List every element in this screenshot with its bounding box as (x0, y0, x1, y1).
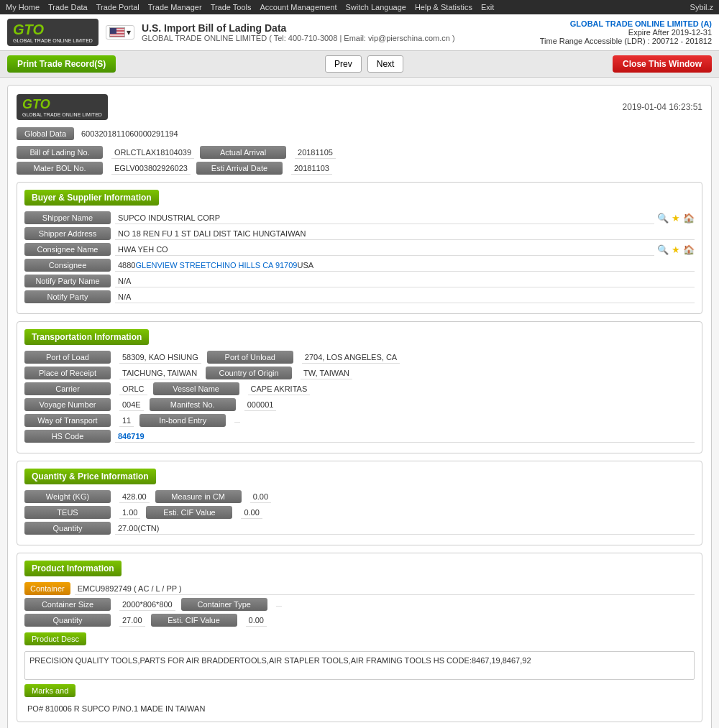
next-button-top[interactable]: Next (367, 55, 404, 73)
manifest-label: Manifest No. (150, 398, 236, 411)
global-data-row: Global Data 600320181106000029​1194 (17, 127, 702, 140)
port-row: Port of Load 58309, KAO HSIUNG Port of U… (24, 351, 695, 364)
container-size-value: 2000*806*800 (119, 599, 175, 611)
vessel-name-col: Vessel Name CAPE AKRITAS (153, 382, 311, 395)
weight-label: Weight (KG) (24, 490, 111, 503)
way-transport-row: Way of Transport 11 In-bond Entry (24, 414, 695, 427)
notify-party-name-row: Notify Party Name N/A (24, 275, 695, 287)
country-origin-value: TW, TAIWAN (301, 367, 352, 379)
notify-party-label: Notify Party (24, 290, 111, 303)
nav-trade-manager[interactable]: Trade Manager (148, 3, 202, 11)
actual-arrival-value: 20181105 (295, 147, 336, 159)
consignee-name-label: Consignee Name (24, 243, 111, 256)
close-window-button-top[interactable]: Close This Window (613, 55, 712, 73)
teus-value: 1.00 (119, 507, 140, 519)
header-title-area: U.S. Import Bill of Lading Data GLOBAL T… (142, 22, 455, 42)
esti-cif-label: Esti. CIF Value (146, 506, 232, 519)
consignee-name-row: Consignee Name HWA YEH CO 🔍 ★ 🏠 (24, 243, 695, 256)
consignee-star-icon[interactable]: ★ (672, 244, 680, 255)
product-desc-label: Product Desc (24, 632, 86, 645)
notify-party-row: Notify Party N/A (24, 290, 695, 303)
notify-party-name-label: Notify Party Name (24, 275, 111, 287)
logo-box: GTO GLOBAL TRADE ONLINE LIMITED (7, 19, 99, 46)
voyage-label: Voyage Number (24, 398, 111, 411)
page-title: U.S. Import Bill of Lading Data (142, 22, 455, 34)
consignee-search-icon[interactable]: 🔍 (657, 244, 669, 255)
voyage-row: Voyage Number 004E Manifest No. 000001 (24, 398, 695, 411)
product-title: Product Information (24, 561, 122, 576)
teus-col: TEUS 1.00 (24, 506, 140, 519)
esti-arrival-col: Esti Arrival Date 20181103 (196, 162, 332, 175)
teus-row: TEUS 1.00 Esti. CIF Value 0.00 (24, 506, 695, 519)
carrier-col: Carrier ORLC (24, 382, 147, 395)
product-esti-cif-value: 0.00 (246, 614, 267, 627)
quantity-section: Quantity & Price Information Weight (KG)… (17, 461, 702, 545)
receipt-label: Place of Receipt (24, 367, 111, 379)
hs-code-value: 846719 (115, 430, 695, 443)
container-type-value (276, 603, 282, 607)
shipper-home-icon[interactable]: 🏠 (683, 213, 695, 224)
port-unload-value: 2704, LOS ANGELES, CA (302, 351, 400, 364)
way-transport-value: 11 (119, 415, 134, 427)
transportation-section: Transportation Information Port of Load … (17, 321, 702, 453)
global-data-label: Global Data (17, 127, 74, 140)
quantity-title: Quantity & Price Information (24, 469, 156, 484)
quantity-value: 27.00(CTN) (115, 522, 695, 535)
flag-dropdown-icon[interactable]: ▾ (127, 27, 131, 37)
container-type-col: Container Type (181, 598, 282, 611)
nav-exit[interactable]: Exit (481, 3, 494, 11)
esti-cif-col: Esti. CIF Value 0.00 (146, 506, 262, 519)
notify-party-value: N/A (115, 291, 695, 303)
prev-button-top[interactable]: Prev (325, 55, 362, 73)
carrier-row: Carrier ORLC Vessel Name CAPE AKRITAS (24, 382, 695, 395)
consignee-home-icon[interactable]: 🏠 (683, 244, 695, 255)
manifest-value: 000001 (244, 399, 277, 411)
transportation-title: Transportation Information (24, 329, 149, 345)
shipper-address-row: Shipper Address NO 18 REN FU 1 ST DALI D… (24, 227, 695, 240)
account-info: GLOBAL TRADE ONLINE LIMITED (A) Expire A… (540, 19, 712, 45)
shipper-search-icon[interactable]: 🔍 (657, 213, 669, 224)
marks-value: PO# 810006 R SUPCO P/NO.1 MADE IN TAIWAN (24, 703, 695, 714)
nav-switch-language[interactable]: Switch Language (346, 3, 406, 11)
print-record-button-top[interactable]: Print Trade Record(S) (7, 55, 116, 73)
company-name: GLOBAL TRADE ONLINE LIMITED (A) (540, 19, 712, 28)
record-card: GTO GLOBAL TRADE ONLINE LIMITED 2019-01-… (7, 85, 712, 728)
nav-trade-tools[interactable]: Trade Tools (211, 3, 252, 11)
bol-row: Bill of Lading No. ORLCTLAX18104039 Actu… (17, 146, 702, 159)
carrier-value: ORLC (119, 383, 147, 395)
shipper-name-label: Shipper Name (24, 211, 111, 224)
nav-help-statistics[interactable]: Help & Statistics (415, 3, 472, 11)
measure-value: 0.00 (250, 491, 271, 503)
port-load-value: 58309, KAO HSIUNG (119, 351, 201, 364)
voyage-col: Voyage Number 004E (24, 398, 144, 411)
top-navigation: My Home Trade Data Trade Portal Trade Ma… (0, 0, 719, 14)
consignee-label: Consignee (24, 259, 111, 272)
nav-my-home[interactable]: My Home (6, 3, 40, 11)
esti-arrival-value: 20181103 (291, 162, 332, 175)
manifest-col: Manifest No. 000001 (150, 398, 277, 411)
nav-menu[interactable]: My Home Trade Data Trade Portal Trade Ma… (6, 3, 494, 11)
record-logo: GTO GLOBAL TRADE ONLINE LIMITED (17, 94, 108, 120)
weight-col: Weight (KG) 428.00 (24, 490, 150, 503)
quantity-row: Quantity 27.00(CTN) (24, 522, 695, 535)
quantity-label: Quantity (24, 522, 111, 535)
weight-value: 428.00 (119, 491, 150, 503)
vessel-name-label: Vessel Name (153, 382, 239, 395)
product-desc-value: PRECISION QUALITY TOOLS,PARTS FOR AIR BR… (24, 651, 695, 680)
container-size-label: Container Size (24, 598, 111, 611)
shipper-star-icon[interactable]: ★ (672, 213, 680, 224)
product-esti-cif-label: Esti. CIF Value (151, 614, 237, 627)
nav-trade-data[interactable]: Trade Data (48, 3, 88, 11)
nav-account-management[interactable]: Account Management (260, 3, 337, 11)
container-value: EMCU9892749 ( AC / L / PP ) (75, 583, 695, 595)
nav-trade-portal[interactable]: Trade Portal (96, 3, 139, 11)
expire-date: Expire After 2019-12-31 (540, 28, 712, 37)
measure-label: Measure in CM (155, 490, 242, 503)
hs-code-row: HS Code 846719 (24, 430, 695, 443)
flag-selector[interactable]: ▾ (106, 25, 134, 40)
shipper-address-label: Shipper Address (24, 227, 111, 240)
port-load-col: Port of Load 58309, KAO HSIUNG (24, 351, 201, 364)
way-transport-label: Way of Transport (24, 414, 111, 427)
receipt-col: Place of Receipt TAICHUNG, TAIWAN (24, 367, 200, 379)
actual-arrival-label: Actual Arrival (200, 146, 286, 159)
